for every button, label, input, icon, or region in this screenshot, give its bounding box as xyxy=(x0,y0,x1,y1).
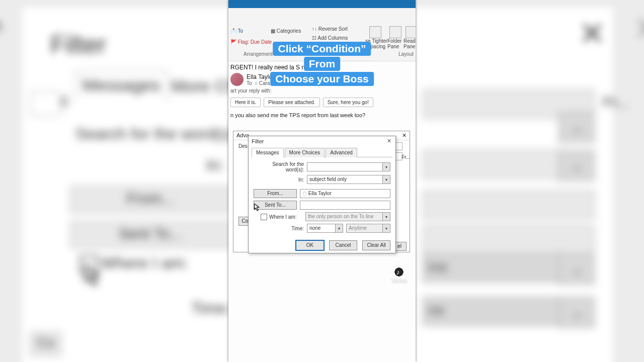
reading-pane-icon[interactable] xyxy=(406,26,416,38)
message-body: n you also send me the TPS report from l… xyxy=(230,112,414,118)
folder-pane-icon[interactable] xyxy=(389,26,401,38)
in-field-select[interactable]: subject field only▾ xyxy=(307,175,390,184)
where-i-am-label: Where I am: xyxy=(269,214,305,220)
cursor-icon xyxy=(254,203,261,214)
in-label: In: xyxy=(254,177,307,183)
tab-advanced[interactable]: Advanced xyxy=(326,148,357,157)
tab-more-choices[interactable]: More Choices xyxy=(285,148,325,157)
clear-all-button[interactable]: Clear All xyxy=(362,240,390,250)
suggested-replies: Here it is. Please see attached. Sure, h… xyxy=(230,98,414,107)
outlook-title-bar xyxy=(228,0,416,8)
close-icon: ✕ xyxy=(579,15,606,52)
instruction-caption: Click “Condition” From Choose your Boss xyxy=(270,41,374,86)
chevron-down-icon: ▾ xyxy=(382,213,390,221)
close-icon: ✕ xyxy=(634,10,644,47)
filter-dialog: Filter ✕ Messages More Choices Advanced … xyxy=(248,136,396,253)
suggested-reply-2[interactable]: Please see attached. xyxy=(264,98,319,107)
suggested-reply-1[interactable]: Here it is. xyxy=(230,98,261,107)
time-label: Time: xyxy=(254,226,307,231)
chevron-down-icon: ▾ xyxy=(335,224,343,232)
search-words-input[interactable]: ▾ xyxy=(307,162,390,171)
chevron-down-icon: ▾ xyxy=(382,175,390,184)
tighter-spacing-icon[interactable] xyxy=(369,26,381,38)
ribbon-group-layout: Layout xyxy=(398,51,414,57)
ribbon-add-columns[interactable]: ☷ Add Columns xyxy=(312,35,348,41)
where-i-am-checkbox[interactable] xyxy=(261,214,267,220)
avatar xyxy=(230,73,244,86)
sent-to-input[interactable] xyxy=(300,201,390,210)
from-button[interactable]: From... xyxy=(254,189,297,198)
where-i-am-select: the only person on the To line▾ xyxy=(305,212,390,221)
tiktok-watermark: ♪ TikTok @mrholt.co xyxy=(389,266,410,289)
ribbon-reverse-sort[interactable]: ↑↓ Reverse Sort xyxy=(312,26,348,32)
suggested-reply-3[interactable]: Sure, here you go! xyxy=(323,98,373,107)
tab-messages[interactable]: Messages xyxy=(252,148,284,157)
close-icon[interactable]: ✕ xyxy=(402,132,407,139)
ribbon-flag[interactable]: 🚩 Flag: Due Date xyxy=(230,39,272,45)
chevron-down-icon: ▾ xyxy=(382,224,390,232)
cancel-button[interactable]: Cancel xyxy=(329,240,357,250)
ribbon-group-arrangement: Arrangement xyxy=(244,51,273,57)
time-type-select[interactable]: none▾ xyxy=(307,224,343,233)
ribbon-to[interactable]: 📩 To xyxy=(230,28,243,34)
ok-button[interactable]: OK xyxy=(296,240,324,250)
cursor-icon xyxy=(85,264,105,290)
dialog-title: Filter xyxy=(252,138,264,144)
search-words-label: Search for the word(s): xyxy=(254,161,307,172)
from-input[interactable]: ◌ Ella Taylor xyxy=(300,189,390,198)
ribbon-categories[interactable]: ▦ Categories xyxy=(271,28,301,34)
tiktok-icon: ♪ xyxy=(393,266,405,278)
filter-tabs: Messages More Choices Advanced xyxy=(252,147,392,157)
close-icon[interactable]: ✕ xyxy=(385,138,392,145)
time-range-select: Anytime▾ xyxy=(346,224,390,233)
chevron-down-icon: ▾ xyxy=(382,163,390,171)
